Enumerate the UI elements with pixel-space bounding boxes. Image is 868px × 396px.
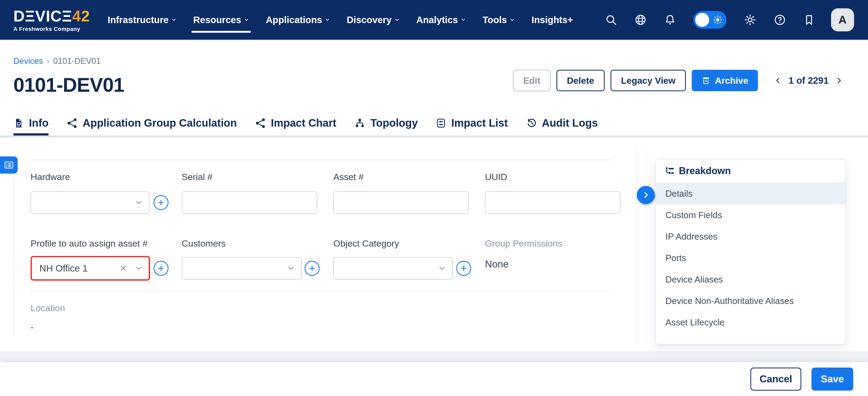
footer-action-bar: Cancel Save bbox=[0, 362, 868, 396]
chevron-right-icon bbox=[835, 77, 843, 85]
top-navbar: DΞVICΞ42 A Freshworks Company Infrastruc… bbox=[0, 0, 868, 40]
chevron-down-icon bbox=[394, 17, 400, 23]
group-permissions-value: None bbox=[485, 259, 508, 270]
archive-box-icon bbox=[701, 76, 711, 85]
breakdown-item-details[interactable]: Details bbox=[656, 183, 845, 204]
logo-42: 42 bbox=[72, 7, 90, 25]
nav-analytics[interactable]: Analytics bbox=[416, 12, 467, 28]
notifications-bell-icon[interactable] bbox=[664, 14, 676, 26]
list-box-icon bbox=[436, 118, 446, 129]
side-panel-toggle[interactable] bbox=[0, 157, 18, 174]
save-button[interactable]: Save bbox=[811, 368, 853, 391]
tab-topology[interactable]: Topology bbox=[354, 113, 418, 136]
cancel-button[interactable]: Cancel bbox=[750, 368, 801, 391]
logo-tagline: A Freshworks Company bbox=[13, 26, 90, 32]
breadcrumb-separator: › bbox=[46, 56, 49, 66]
device-pager: 1 of 2291 bbox=[774, 75, 843, 86]
section-divider bbox=[31, 291, 614, 292]
chevron-down-icon bbox=[134, 264, 143, 273]
hierarchy-icon bbox=[354, 117, 365, 129]
nav-discovery[interactable]: Discovery bbox=[346, 12, 400, 28]
chevron-down-icon bbox=[509, 17, 515, 23]
breakdown-item-ip-addresses[interactable]: IP Addresses bbox=[656, 226, 845, 247]
nav-infrastructure[interactable]: Infrastructure bbox=[107, 12, 177, 28]
chevron-down-icon bbox=[244, 17, 249, 23]
breadcrumb-devices-link[interactable]: Devices bbox=[13, 56, 43, 66]
file-invoice-icon bbox=[13, 118, 24, 129]
breadcrumb-current: 0101-DEV01 bbox=[53, 56, 101, 66]
nav-insights-plus[interactable]: Insights+ bbox=[531, 12, 574, 28]
asset-input[interactable] bbox=[334, 192, 468, 213]
archive-button[interactable]: Archive bbox=[692, 70, 758, 91]
plus-icon bbox=[157, 264, 165, 272]
serial-input[interactable] bbox=[182, 192, 317, 213]
add-customer-button[interactable] bbox=[305, 261, 320, 276]
info-tab-content: Hardware Serial # Asset # UUID Profile t… bbox=[0, 137, 868, 352]
previous-device-button[interactable] bbox=[774, 77, 782, 85]
chevron-down-icon bbox=[171, 17, 177, 23]
chevron-down-icon bbox=[134, 198, 143, 207]
nav-tools[interactable]: Tools bbox=[482, 12, 516, 28]
help-icon[interactable] bbox=[774, 14, 786, 26]
tab-audit-logs[interactable]: Audit Logs bbox=[526, 113, 598, 136]
bookmark-icon[interactable] bbox=[803, 14, 815, 26]
next-device-button[interactable] bbox=[835, 77, 843, 85]
add-object-category-button[interactable] bbox=[456, 261, 471, 276]
tab-impact-list[interactable]: Impact List bbox=[436, 113, 508, 136]
search-icon[interactable] bbox=[605, 14, 617, 26]
chevron-down-icon bbox=[461, 17, 466, 23]
profile-auto-assign-select[interactable]: NH Office 1 bbox=[31, 256, 150, 281]
location-label: Location bbox=[31, 303, 65, 313]
breakdown-item-device-aliases[interactable]: Device Aliases bbox=[656, 269, 845, 290]
uuid-input[interactable] bbox=[486, 192, 620, 213]
legacy-view-button[interactable]: Legacy View bbox=[611, 70, 686, 91]
panel-edge-line bbox=[646, 150, 646, 344]
page-header: Devices › 0101-DEV01 0101-DEV01 Edit Del… bbox=[0, 40, 868, 113]
globe-icon[interactable] bbox=[634, 14, 647, 26]
breakdown-item-custom-fields[interactable]: Custom Fields bbox=[656, 204, 845, 226]
theme-toggle[interactable] bbox=[693, 11, 726, 29]
delete-button[interactable]: Delete bbox=[556, 70, 604, 91]
group-permissions-label: Group Permissions bbox=[485, 238, 562, 249]
content-panel-divider bbox=[637, 150, 637, 344]
asset-field bbox=[333, 191, 469, 214]
tab-application-group-calculation[interactable]: Application Group Calculation bbox=[66, 113, 237, 136]
serial-field bbox=[182, 191, 317, 214]
nav-resources[interactable]: Resources bbox=[193, 12, 250, 28]
profile-auto-assign-label: Profile to auto assign asset # bbox=[31, 238, 148, 249]
customers-label: Customers bbox=[182, 238, 225, 249]
clear-selection-icon[interactable] bbox=[119, 264, 127, 272]
nav-applications[interactable]: Applications bbox=[265, 12, 331, 28]
breadcrumb: Devices › 0101-DEV01 bbox=[13, 56, 101, 66]
uuid-label: UUID bbox=[485, 172, 507, 182]
collapse-panel-button[interactable] bbox=[637, 186, 655, 204]
share-network-icon bbox=[66, 117, 78, 129]
device42-logo[interactable]: DΞVICΞ42 A Freshworks Company bbox=[13, 8, 90, 32]
add-hardware-button[interactable] bbox=[154, 195, 168, 210]
history-icon bbox=[526, 117, 537, 129]
plus-icon bbox=[460, 264, 468, 272]
chevron-right-icon bbox=[641, 191, 650, 200]
settings-gear-icon[interactable] bbox=[744, 13, 756, 26]
chevron-down-icon bbox=[325, 17, 330, 23]
edit-button[interactable]: Edit bbox=[513, 70, 551, 91]
device-actions: Edit Delete Legacy View Archive 1 of 229… bbox=[513, 70, 843, 91]
asset-label: Asset # bbox=[333, 172, 364, 182]
toggle-knob bbox=[695, 13, 709, 27]
add-profile-button[interactable] bbox=[154, 261, 168, 276]
sun-icon bbox=[712, 14, 723, 26]
object-category-select[interactable] bbox=[333, 257, 453, 280]
tab-impact-chart[interactable]: Impact Chart bbox=[255, 113, 337, 136]
tab-info[interactable]: Info bbox=[13, 113, 49, 136]
share-network-icon bbox=[255, 117, 266, 129]
hardware-select[interactable] bbox=[31, 191, 150, 214]
plus-icon bbox=[157, 199, 165, 206]
breakdown-item-asset-lifecycle[interactable]: Asset Lifecycle bbox=[656, 312, 845, 333]
breakdown-item-device-non-authoritative-aliases[interactable]: Device Non-Authoritative Aliases bbox=[656, 290, 845, 312]
user-avatar[interactable]: A bbox=[831, 8, 854, 31]
object-category-label: Object Category bbox=[333, 238, 399, 249]
breakdown-item-ports[interactable]: Ports bbox=[656, 247, 845, 269]
hardware-label: Hardware bbox=[31, 172, 70, 182]
breakdown-panel: Breakdown Details Custom Fields IP Addre… bbox=[655, 159, 846, 344]
customers-select[interactable] bbox=[182, 257, 302, 280]
